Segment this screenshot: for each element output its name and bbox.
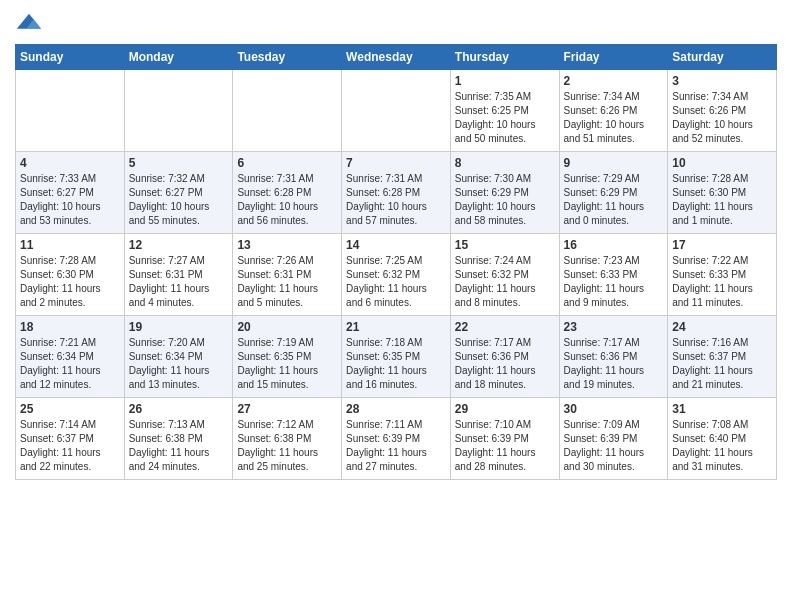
- day-number: 22: [455, 320, 555, 334]
- calendar-cell: 5Sunrise: 7:32 AM Sunset: 6:27 PM Daylig…: [124, 152, 233, 234]
- calendar-cell: 8Sunrise: 7:30 AM Sunset: 6:29 PM Daylig…: [450, 152, 559, 234]
- day-content: Sunrise: 7:17 AM Sunset: 6:36 PM Dayligh…: [455, 336, 555, 392]
- calendar-cell: 18Sunrise: 7:21 AM Sunset: 6:34 PM Dayli…: [16, 316, 125, 398]
- calendar-cell: 27Sunrise: 7:12 AM Sunset: 6:38 PM Dayli…: [233, 398, 342, 480]
- logo-icon: [15, 10, 43, 38]
- day-number: 12: [129, 238, 229, 252]
- header-monday: Monday: [124, 45, 233, 70]
- day-content: Sunrise: 7:18 AM Sunset: 6:35 PM Dayligh…: [346, 336, 446, 392]
- day-number: 18: [20, 320, 120, 334]
- day-content: Sunrise: 7:30 AM Sunset: 6:29 PM Dayligh…: [455, 172, 555, 228]
- day-content: Sunrise: 7:17 AM Sunset: 6:36 PM Dayligh…: [564, 336, 664, 392]
- day-number: 25: [20, 402, 120, 416]
- calendar-cell: [233, 70, 342, 152]
- page-header: [15, 10, 777, 38]
- day-number: 10: [672, 156, 772, 170]
- calendar-cell: 3Sunrise: 7:34 AM Sunset: 6:26 PM Daylig…: [668, 70, 777, 152]
- day-content: Sunrise: 7:33 AM Sunset: 6:27 PM Dayligh…: [20, 172, 120, 228]
- header-saturday: Saturday: [668, 45, 777, 70]
- calendar-cell: 25Sunrise: 7:14 AM Sunset: 6:37 PM Dayli…: [16, 398, 125, 480]
- day-content: Sunrise: 7:34 AM Sunset: 6:26 PM Dayligh…: [564, 90, 664, 146]
- day-content: Sunrise: 7:28 AM Sunset: 6:30 PM Dayligh…: [672, 172, 772, 228]
- day-content: Sunrise: 7:24 AM Sunset: 6:32 PM Dayligh…: [455, 254, 555, 310]
- day-number: 19: [129, 320, 229, 334]
- day-content: Sunrise: 7:14 AM Sunset: 6:37 PM Dayligh…: [20, 418, 120, 474]
- day-number: 31: [672, 402, 772, 416]
- calendar-cell: 4Sunrise: 7:33 AM Sunset: 6:27 PM Daylig…: [16, 152, 125, 234]
- day-number: 23: [564, 320, 664, 334]
- header-sunday: Sunday: [16, 45, 125, 70]
- calendar-cell: 15Sunrise: 7:24 AM Sunset: 6:32 PM Dayli…: [450, 234, 559, 316]
- calendar-cell: 28Sunrise: 7:11 AM Sunset: 6:39 PM Dayli…: [342, 398, 451, 480]
- day-number: 20: [237, 320, 337, 334]
- calendar-week-2: 4Sunrise: 7:33 AM Sunset: 6:27 PM Daylig…: [16, 152, 777, 234]
- calendar-cell: 19Sunrise: 7:20 AM Sunset: 6:34 PM Dayli…: [124, 316, 233, 398]
- calendar-cell: 17Sunrise: 7:22 AM Sunset: 6:33 PM Dayli…: [668, 234, 777, 316]
- day-content: Sunrise: 7:16 AM Sunset: 6:37 PM Dayligh…: [672, 336, 772, 392]
- day-number: 6: [237, 156, 337, 170]
- calendar-cell: 9Sunrise: 7:29 AM Sunset: 6:29 PM Daylig…: [559, 152, 668, 234]
- calendar-cell: 20Sunrise: 7:19 AM Sunset: 6:35 PM Dayli…: [233, 316, 342, 398]
- calendar-cell: 23Sunrise: 7:17 AM Sunset: 6:36 PM Dayli…: [559, 316, 668, 398]
- day-number: 5: [129, 156, 229, 170]
- day-number: 30: [564, 402, 664, 416]
- calendar-week-5: 25Sunrise: 7:14 AM Sunset: 6:37 PM Dayli…: [16, 398, 777, 480]
- day-content: Sunrise: 7:31 AM Sunset: 6:28 PM Dayligh…: [346, 172, 446, 228]
- header-wednesday: Wednesday: [342, 45, 451, 70]
- calendar-cell: 13Sunrise: 7:26 AM Sunset: 6:31 PM Dayli…: [233, 234, 342, 316]
- day-number: 9: [564, 156, 664, 170]
- calendar-cell: 12Sunrise: 7:27 AM Sunset: 6:31 PM Dayli…: [124, 234, 233, 316]
- calendar-cell: 2Sunrise: 7:34 AM Sunset: 6:26 PM Daylig…: [559, 70, 668, 152]
- day-content: Sunrise: 7:26 AM Sunset: 6:31 PM Dayligh…: [237, 254, 337, 310]
- calendar-cell: 31Sunrise: 7:08 AM Sunset: 6:40 PM Dayli…: [668, 398, 777, 480]
- calendar-cell: 1Sunrise: 7:35 AM Sunset: 6:25 PM Daylig…: [450, 70, 559, 152]
- header-tuesday: Tuesday: [233, 45, 342, 70]
- calendar-cell: [16, 70, 125, 152]
- day-content: Sunrise: 7:32 AM Sunset: 6:27 PM Dayligh…: [129, 172, 229, 228]
- day-content: Sunrise: 7:35 AM Sunset: 6:25 PM Dayligh…: [455, 90, 555, 146]
- calendar-week-4: 18Sunrise: 7:21 AM Sunset: 6:34 PM Dayli…: [16, 316, 777, 398]
- day-number: 11: [20, 238, 120, 252]
- day-content: Sunrise: 7:27 AM Sunset: 6:31 PM Dayligh…: [129, 254, 229, 310]
- day-content: Sunrise: 7:21 AM Sunset: 6:34 PM Dayligh…: [20, 336, 120, 392]
- day-content: Sunrise: 7:11 AM Sunset: 6:39 PM Dayligh…: [346, 418, 446, 474]
- calendar-cell: 26Sunrise: 7:13 AM Sunset: 6:38 PM Dayli…: [124, 398, 233, 480]
- day-number: 24: [672, 320, 772, 334]
- day-content: Sunrise: 7:20 AM Sunset: 6:34 PM Dayligh…: [129, 336, 229, 392]
- header-row: SundayMondayTuesdayWednesdayThursdayFrid…: [16, 45, 777, 70]
- day-number: 27: [237, 402, 337, 416]
- day-content: Sunrise: 7:09 AM Sunset: 6:39 PM Dayligh…: [564, 418, 664, 474]
- header-thursday: Thursday: [450, 45, 559, 70]
- day-number: 17: [672, 238, 772, 252]
- day-content: Sunrise: 7:12 AM Sunset: 6:38 PM Dayligh…: [237, 418, 337, 474]
- day-content: Sunrise: 7:19 AM Sunset: 6:35 PM Dayligh…: [237, 336, 337, 392]
- calendar-cell: 10Sunrise: 7:28 AM Sunset: 6:30 PM Dayli…: [668, 152, 777, 234]
- day-number: 16: [564, 238, 664, 252]
- calendar-cell: 21Sunrise: 7:18 AM Sunset: 6:35 PM Dayli…: [342, 316, 451, 398]
- day-content: Sunrise: 7:29 AM Sunset: 6:29 PM Dayligh…: [564, 172, 664, 228]
- header-friday: Friday: [559, 45, 668, 70]
- day-number: 7: [346, 156, 446, 170]
- calendar-cell: [124, 70, 233, 152]
- day-number: 4: [20, 156, 120, 170]
- day-content: Sunrise: 7:08 AM Sunset: 6:40 PM Dayligh…: [672, 418, 772, 474]
- calendar-cell: 7Sunrise: 7:31 AM Sunset: 6:28 PM Daylig…: [342, 152, 451, 234]
- day-number: 2: [564, 74, 664, 88]
- calendar-cell: 29Sunrise: 7:10 AM Sunset: 6:39 PM Dayli…: [450, 398, 559, 480]
- calendar-week-1: 1Sunrise: 7:35 AM Sunset: 6:25 PM Daylig…: [16, 70, 777, 152]
- calendar-week-3: 11Sunrise: 7:28 AM Sunset: 6:30 PM Dayli…: [16, 234, 777, 316]
- day-content: Sunrise: 7:34 AM Sunset: 6:26 PM Dayligh…: [672, 90, 772, 146]
- day-number: 29: [455, 402, 555, 416]
- day-content: Sunrise: 7:28 AM Sunset: 6:30 PM Dayligh…: [20, 254, 120, 310]
- day-content: Sunrise: 7:22 AM Sunset: 6:33 PM Dayligh…: [672, 254, 772, 310]
- day-content: Sunrise: 7:31 AM Sunset: 6:28 PM Dayligh…: [237, 172, 337, 228]
- calendar-cell: 14Sunrise: 7:25 AM Sunset: 6:32 PM Dayli…: [342, 234, 451, 316]
- day-number: 8: [455, 156, 555, 170]
- calendar-table: SundayMondayTuesdayWednesdayThursdayFrid…: [15, 44, 777, 480]
- calendar-cell: 6Sunrise: 7:31 AM Sunset: 6:28 PM Daylig…: [233, 152, 342, 234]
- day-number: 14: [346, 238, 446, 252]
- day-content: Sunrise: 7:25 AM Sunset: 6:32 PM Dayligh…: [346, 254, 446, 310]
- day-number: 26: [129, 402, 229, 416]
- day-number: 28: [346, 402, 446, 416]
- day-number: 3: [672, 74, 772, 88]
